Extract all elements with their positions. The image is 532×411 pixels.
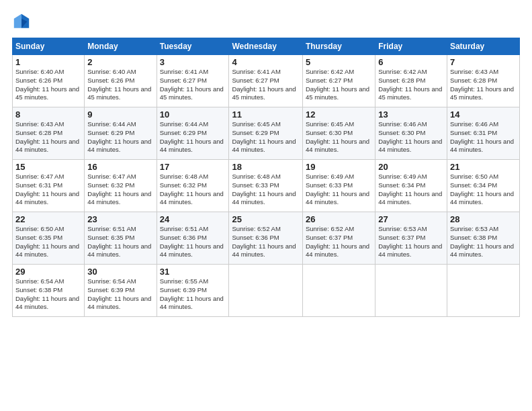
day-info: Sunrise: 6:46 AMSunset: 6:31 PMDaylight:… bbox=[450, 120, 517, 154]
day-cell: 10 Sunrise: 6:44 AMSunset: 6:29 PMDaylig… bbox=[157, 107, 229, 160]
day-info: Sunrise: 6:41 AMSunset: 6:27 PMDaylight:… bbox=[160, 68, 226, 102]
day-info: Sunrise: 6:48 AMSunset: 6:32 PMDaylight:… bbox=[160, 173, 226, 207]
day-number: 28 bbox=[450, 214, 517, 224]
day-cell: 19 Sunrise: 6:49 AMSunset: 6:33 PMDaylig… bbox=[302, 160, 375, 212]
day-info: Sunrise: 6:44 AMSunset: 6:29 PMDaylight:… bbox=[87, 120, 153, 154]
header-wednesday: Wednesday bbox=[229, 38, 302, 55]
day-cell: 25 Sunrise: 6:52 AMSunset: 6:36 PMDaylig… bbox=[229, 212, 302, 265]
day-info: Sunrise: 6:47 AMSunset: 6:32 PMDaylight:… bbox=[87, 173, 153, 207]
week-row-3: 15 Sunrise: 6:47 AMSunset: 6:31 PMDaylig… bbox=[13, 160, 520, 212]
day-info: Sunrise: 6:50 AMSunset: 6:34 PMDaylight:… bbox=[450, 173, 517, 207]
day-info: Sunrise: 6:42 AMSunset: 6:27 PMDaylight:… bbox=[306, 68, 372, 102]
header-thursday: Thursday bbox=[302, 38, 375, 55]
day-number: 17 bbox=[160, 162, 226, 172]
day-info: Sunrise: 6:50 AMSunset: 6:35 PMDaylight:… bbox=[15, 225, 81, 259]
day-number: 23 bbox=[87, 214, 153, 224]
svg-marker-1 bbox=[14, 14, 21, 28]
day-info: Sunrise: 6:47 AMSunset: 6:31 PMDaylight:… bbox=[15, 173, 81, 207]
day-number: 26 bbox=[306, 214, 372, 224]
day-number: 31 bbox=[160, 267, 226, 277]
day-info: Sunrise: 6:54 AMSunset: 6:38 PMDaylight:… bbox=[15, 277, 81, 312]
day-number: 24 bbox=[160, 214, 226, 224]
day-cell: 20 Sunrise: 6:49 AMSunset: 6:34 PMDaylig… bbox=[375, 160, 447, 212]
week-row-5: 29 Sunrise: 6:54 AMSunset: 6:38 PMDaylig… bbox=[13, 265, 520, 317]
day-number: 21 bbox=[450, 162, 517, 172]
day-info: Sunrise: 6:40 AMSunset: 6:26 PMDaylight:… bbox=[87, 68, 153, 102]
day-cell: 11 Sunrise: 6:45 AMSunset: 6:29 PMDaylig… bbox=[229, 107, 302, 160]
day-cell: 27 Sunrise: 6:53 AMSunset: 6:37 PMDaylig… bbox=[375, 212, 447, 265]
day-info: Sunrise: 6:52 AMSunset: 6:36 PMDaylight:… bbox=[232, 225, 299, 259]
page: SundayMondayTuesdayWednesdayThursdayFrid… bbox=[0, 0, 532, 411]
day-number: 27 bbox=[378, 214, 444, 224]
day-number: 6 bbox=[378, 57, 444, 67]
day-cell bbox=[302, 265, 375, 317]
logo-icon bbox=[12, 12, 31, 31]
day-number: 9 bbox=[87, 109, 153, 120]
day-cell: 8 Sunrise: 6:43 AMSunset: 6:28 PMDayligh… bbox=[13, 107, 85, 160]
day-cell: 9 Sunrise: 6:44 AMSunset: 6:29 PMDayligh… bbox=[85, 107, 157, 160]
week-row-1: 1 Sunrise: 6:40 AMSunset: 6:26 PMDayligh… bbox=[13, 55, 520, 107]
day-number: 15 bbox=[15, 162, 81, 172]
day-info: Sunrise: 6:42 AMSunset: 6:28 PMDaylight:… bbox=[378, 68, 444, 102]
day-info: Sunrise: 6:55 AMSunset: 6:39 PMDaylight:… bbox=[160, 277, 226, 312]
day-info: Sunrise: 6:49 AMSunset: 6:34 PMDaylight:… bbox=[378, 173, 444, 207]
day-cell: 30 Sunrise: 6:54 AMSunset: 6:39 PMDaylig… bbox=[85, 265, 157, 317]
day-number: 5 bbox=[306, 57, 372, 67]
day-cell: 31 Sunrise: 6:55 AMSunset: 6:39 PMDaylig… bbox=[157, 265, 229, 317]
day-cell: 18 Sunrise: 6:48 AMSunset: 6:33 PMDaylig… bbox=[229, 160, 302, 212]
day-cell: 7 Sunrise: 6:43 AMSunset: 6:28 PMDayligh… bbox=[447, 55, 519, 107]
day-info: Sunrise: 6:43 AMSunset: 6:28 PMDaylight:… bbox=[15, 120, 81, 154]
day-cell: 4 Sunrise: 6:41 AMSunset: 6:27 PMDayligh… bbox=[229, 55, 302, 107]
day-cell: 3 Sunrise: 6:41 AMSunset: 6:27 PMDayligh… bbox=[157, 55, 229, 107]
day-number: 16 bbox=[87, 162, 153, 172]
day-cell: 29 Sunrise: 6:54 AMSunset: 6:38 PMDaylig… bbox=[13, 265, 85, 317]
day-info: Sunrise: 6:49 AMSunset: 6:33 PMDaylight:… bbox=[306, 173, 372, 207]
day-info: Sunrise: 6:51 AMSunset: 6:36 PMDaylight:… bbox=[160, 225, 226, 259]
day-info: Sunrise: 6:53 AMSunset: 6:37 PMDaylight:… bbox=[378, 225, 444, 259]
day-info: Sunrise: 6:46 AMSunset: 6:30 PMDaylight:… bbox=[378, 120, 444, 154]
day-cell: 12 Sunrise: 6:45 AMSunset: 6:30 PMDaylig… bbox=[302, 107, 375, 160]
day-cell: 6 Sunrise: 6:42 AMSunset: 6:28 PMDayligh… bbox=[375, 55, 447, 107]
day-cell: 28 Sunrise: 6:53 AMSunset: 6:38 PMDaylig… bbox=[447, 212, 519, 265]
header-sunday: Sunday bbox=[13, 38, 85, 55]
day-cell: 14 Sunrise: 6:46 AMSunset: 6:31 PMDaylig… bbox=[447, 107, 519, 160]
day-cell: 24 Sunrise: 6:51 AMSunset: 6:36 PMDaylig… bbox=[157, 212, 229, 265]
header-tuesday: Tuesday bbox=[157, 38, 229, 55]
day-cell bbox=[447, 265, 519, 317]
day-number: 8 bbox=[15, 109, 81, 120]
day-number: 12 bbox=[306, 109, 372, 120]
header-monday: Monday bbox=[85, 38, 157, 55]
day-cell: 1 Sunrise: 6:40 AMSunset: 6:26 PMDayligh… bbox=[13, 55, 85, 107]
logo bbox=[12, 12, 34, 31]
day-number: 1 bbox=[15, 57, 81, 67]
day-cell: 5 Sunrise: 6:42 AMSunset: 6:27 PMDayligh… bbox=[302, 55, 375, 107]
day-cell: 26 Sunrise: 6:52 AMSunset: 6:37 PMDaylig… bbox=[302, 212, 375, 265]
day-info: Sunrise: 6:53 AMSunset: 6:38 PMDaylight:… bbox=[450, 225, 517, 259]
day-cell: 21 Sunrise: 6:50 AMSunset: 6:34 PMDaylig… bbox=[447, 160, 519, 212]
day-info: Sunrise: 6:45 AMSunset: 6:29 PMDaylight:… bbox=[232, 120, 299, 154]
day-number: 4 bbox=[232, 57, 299, 67]
day-number: 18 bbox=[232, 162, 299, 172]
day-info: Sunrise: 6:51 AMSunset: 6:35 PMDaylight:… bbox=[87, 225, 153, 259]
day-info: Sunrise: 6:44 AMSunset: 6:29 PMDaylight:… bbox=[160, 120, 226, 154]
day-info: Sunrise: 6:43 AMSunset: 6:28 PMDaylight:… bbox=[450, 68, 517, 102]
day-number: 22 bbox=[15, 214, 81, 224]
header-row: SundayMondayTuesdayWednesdayThursdayFrid… bbox=[13, 38, 520, 55]
day-number: 29 bbox=[15, 267, 81, 277]
day-number: 13 bbox=[378, 109, 444, 120]
day-number: 30 bbox=[87, 267, 153, 277]
day-cell: 16 Sunrise: 6:47 AMSunset: 6:32 PMDaylig… bbox=[85, 160, 157, 212]
day-cell: 15 Sunrise: 6:47 AMSunset: 6:31 PMDaylig… bbox=[13, 160, 85, 212]
day-cell: 22 Sunrise: 6:50 AMSunset: 6:35 PMDaylig… bbox=[13, 212, 85, 265]
day-cell: 2 Sunrise: 6:40 AMSunset: 6:26 PMDayligh… bbox=[85, 55, 157, 107]
day-cell: 13 Sunrise: 6:46 AMSunset: 6:30 PMDaylig… bbox=[375, 107, 447, 160]
day-number: 7 bbox=[450, 57, 517, 67]
week-row-4: 22 Sunrise: 6:50 AMSunset: 6:35 PMDaylig… bbox=[13, 212, 520, 265]
day-cell bbox=[375, 265, 447, 317]
day-info: Sunrise: 6:40 AMSunset: 6:26 PMDaylight:… bbox=[15, 68, 81, 102]
header-friday: Friday bbox=[375, 38, 447, 55]
day-info: Sunrise: 6:52 AMSunset: 6:37 PMDaylight:… bbox=[306, 225, 372, 259]
header bbox=[12, 12, 520, 31]
day-cell: 17 Sunrise: 6:48 AMSunset: 6:32 PMDaylig… bbox=[157, 160, 229, 212]
day-number: 2 bbox=[87, 57, 153, 67]
